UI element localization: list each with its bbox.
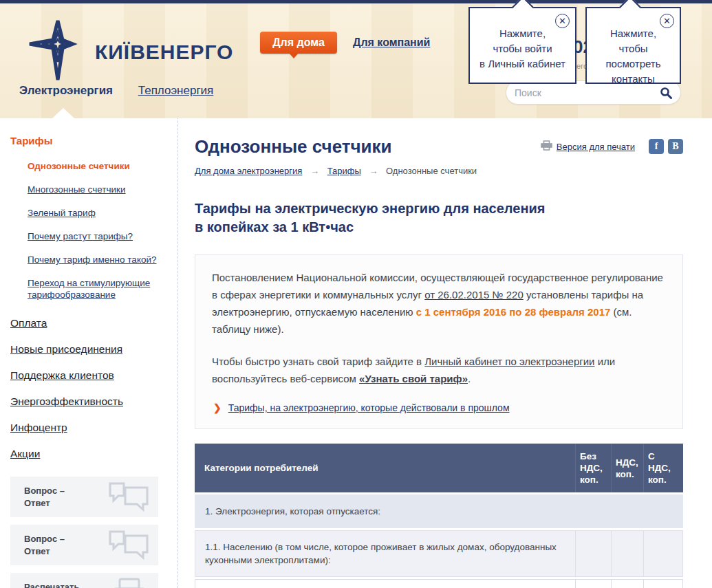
card-label: Ответ — [24, 498, 50, 508]
sidebar-item-stimulating-pricing[interactable]: Переход на стимулирующие тарифообразован… — [28, 277, 151, 301]
sidebar-item-infocenter[interactable]: Инфоцентр — [10, 422, 168, 434]
sidebar-item-why-tariffs-grow[interactable]: Почему растут тарифы? — [28, 230, 168, 242]
logo-wordmark: КИЇВЕНЕРГО — [95, 41, 233, 64]
card-label: Распечатать — [24, 582, 79, 588]
print-social-row: Версия для печати f B — [541, 139, 683, 154]
kyivenergo-logo[interactable]: КИЇВЕНЕРГО — [28, 19, 233, 82]
value-cell — [643, 530, 683, 577]
sidebar-item-promotions[interactable]: Акции — [10, 448, 168, 460]
page: КИЇВЕНЕРГО Для дома Для компаний 02 его … — [0, 0, 712, 588]
col-header-with-vat: С НДС, коп. — [643, 444, 683, 492]
nav-for-home-button[interactable]: Для дома — [260, 32, 337, 54]
value-vat: 11,90 — [611, 579, 643, 588]
row-label: 1.1. Населению (в том числе, которое про… — [195, 530, 575, 577]
value-cell — [611, 530, 643, 577]
active-subnav-pointer — [52, 108, 74, 118]
tooltip-personal-cabinet: ✕ Нажмите, чтобы войти в Личный кабинет — [468, 7, 576, 84]
close-icon[interactable]: ✕ — [555, 14, 570, 28]
personal-cabinet-link[interactable]: Личный кабинет по электроэнергии — [424, 356, 594, 367]
sidebar-item-multi-zone-meters[interactable]: Многозонные счетчики — [28, 184, 168, 195]
sidebar-item-energy-efficiency[interactable]: Энергоэффективность — [10, 395, 168, 408]
sidebar-section-tariffs[interactable]: Тарифы — [10, 135, 168, 146]
past-tariffs-row: ❯ Тарифы, на электроэнергию, которые дей… — [212, 402, 666, 413]
content-subtitle: Тарифы на электрическую энергию для насе… — [195, 199, 683, 237]
close-icon[interactable]: ✕ — [660, 14, 674, 28]
breadcrumb: Для дома электроэнергия → Тарифы → Одноз… — [195, 166, 683, 176]
know-your-tariff-link[interactable]: «Узнать свой тариф» — [359, 373, 468, 384]
facebook-icon[interactable]: f — [649, 139, 664, 154]
sidebar-item-new-connections[interactable]: Новые присоединения — [10, 343, 168, 356]
breadcrumb-separator: → — [310, 166, 319, 176]
info-paragraph-1: Постановлением Национальной комиссии, ос… — [212, 269, 666, 338]
subtitle-line: в копейках за 1 кВт•час — [195, 218, 683, 237]
page-title: Однозонные счетчики — [195, 136, 392, 157]
value-with-vat: 71,40 — [643, 579, 683, 588]
chevron-right-icon: ❯ — [213, 402, 222, 413]
sidebar-item-payment[interactable]: Оплата — [10, 317, 168, 329]
card-label: Вопрос – — [24, 534, 65, 544]
tooltip-text-line: в Личный кабинет — [477, 56, 568, 72]
search-icon[interactable] — [660, 87, 672, 99]
main-content: Однозонные счетчики Версия для печати f … — [178, 118, 712, 588]
subtitle-line: Тарифы на электрическую энергию для насе… — [195, 199, 683, 218]
breadcrumb-home-link[interactable]: Для дома электроэнергия — [195, 166, 302, 176]
sidebar-promo-cards: Вопрос – Ответ Вопрос – Ответ — [10, 477, 168, 588]
question-answer-card[interactable]: Вопрос – Ответ — [10, 477, 158, 517]
chat-icon — [107, 481, 150, 517]
chat-icon — [107, 529, 150, 565]
energy-subnav: Электроэнергия Теплоэнергия — [19, 84, 235, 98]
section-label: 1. Электроэнергия, которая отпускается: — [195, 494, 683, 528]
printer-icon — [541, 140, 552, 153]
tariff-info-box: Постановлением Национальной комиссии, ос… — [195, 254, 683, 429]
tariff-table: Категории потребителей Без НДС, коп. НДС… — [195, 442, 683, 588]
sidebar: Тарифы Однозонные счетчики Многозонные с… — [0, 118, 178, 588]
table-header-row: Категории потребителей Без НДС, коп. НДС… — [195, 444, 683, 492]
col-header-without-vat: Без НДС, коп. — [575, 444, 611, 492]
info-paragraph-2: Чтобы быстро узнать свой тариф зайдите в… — [212, 353, 666, 387]
question-answer-card[interactable]: Вопрос – Ответ — [10, 525, 158, 565]
star-logo-icon — [28, 19, 88, 82]
sidebar-item-why-this-tariff[interactable]: Почему тариф именно такой? — [28, 254, 168, 265]
tooltip-text-line: Нажмите, — [477, 26, 568, 41]
tooltip-text-line: Нажмите, — [594, 26, 673, 41]
search-input[interactable] — [515, 87, 656, 98]
table-row-section: 1. Электроэнергия, которая отпускается: — [195, 494, 683, 528]
tooltip-text-line: контакты — [594, 72, 673, 87]
sidebar-item-client-support[interactable]: Поддержка клиентов — [10, 369, 168, 382]
tooltip-contacts: ✕ Нажмите, чтобы посмотреть контакты — [585, 7, 681, 84]
table-row-subsection: 1.1. Населению (в том числе, которое про… — [195, 530, 683, 577]
tooltip-text-line: чтобы войти — [477, 41, 568, 56]
col-header-vat: НДС, коп. — [611, 444, 643, 492]
card-label: Вопрос – — [24, 486, 65, 496]
print-receipt-card[interactable]: Распечатать квитанцию — [10, 573, 158, 588]
breadcrumb-current: Однозонные счетчики — [386, 166, 477, 176]
value-cell — [575, 530, 611, 577]
past-tariffs-link[interactable]: Тарифы, на электроэнергию, которые дейст… — [228, 402, 510, 413]
tooltip-text-line: чтобы посмотреть — [594, 41, 673, 72]
breadcrumb-tariffs-link[interactable]: Тарифы — [327, 166, 361, 176]
sidebar-item-green-tariff[interactable]: Зеленый тариф — [28, 207, 168, 219]
print-version-link[interactable]: Версия для печати — [557, 142, 635, 152]
sidebar-tariff-submenu: Однозонные счетчики Многозонные счетчики… — [28, 160, 168, 301]
value-without-vat: 59,50 — [575, 579, 611, 588]
sidebar-main-menu: Оплата Новые присоединения Поддержка кли… — [10, 317, 168, 460]
date-range-highlight: с 1 сентября 2016 по 28 февраля 2017 — [416, 306, 611, 318]
row-label: за объем, потребленный до 100 кВт·ч элек… — [195, 579, 575, 588]
vk-icon[interactable]: B — [668, 139, 683, 154]
resolution-link[interactable]: от 26.02.2015 № 220 — [424, 289, 524, 301]
printer-icon — [109, 577, 150, 588]
subnav-heat[interactable]: Теплоэнергия — [138, 84, 214, 98]
sidebar-item-single-zone-meters[interactable]: Однозонные счетчики — [28, 160, 168, 172]
col-header-categories: Категории потребителей — [195, 444, 575, 492]
card-label: Ответ — [24, 546, 50, 556]
subnav-electricity[interactable]: Электроэнергия — [19, 84, 113, 98]
nav-for-companies-link[interactable]: Для компаний — [353, 36, 430, 49]
breadcrumb-separator: → — [369, 166, 378, 176]
table-row-data: за объем, потребленный до 100 кВт·ч элек… — [195, 579, 683, 588]
